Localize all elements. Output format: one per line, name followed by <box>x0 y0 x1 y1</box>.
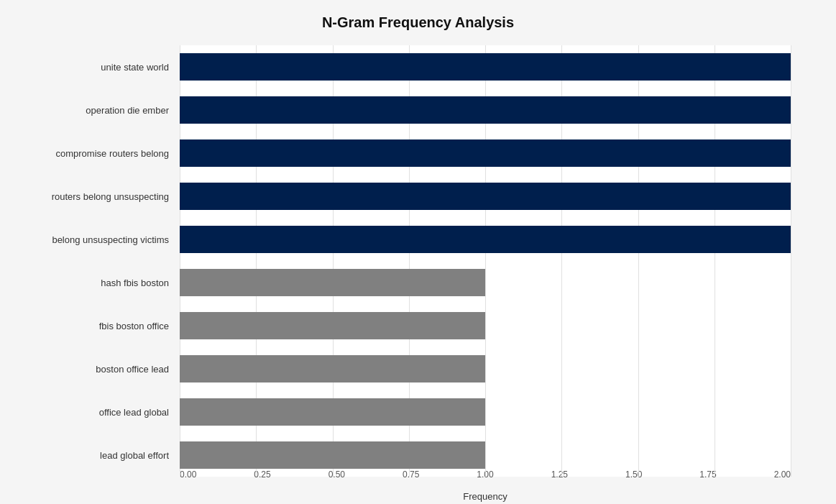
bar-row-9 <box>180 441 791 469</box>
bar-label-7: boston office lead <box>14 355 176 382</box>
chart-outer-wrapper: unite state worldoperation die embercomp… <box>14 45 805 504</box>
bar-4 <box>180 226 791 253</box>
bar-labels: unite state worldoperation die embercomp… <box>14 45 176 477</box>
bar-label-8: office lead global <box>14 398 176 426</box>
bar-3 <box>180 183 791 210</box>
bar-7 <box>180 355 485 382</box>
bar-1 <box>180 96 791 124</box>
bar-row-0 <box>180 53 791 81</box>
bar-0 <box>180 53 791 81</box>
bar-row-2 <box>180 139 791 167</box>
bar-row-5 <box>180 269 791 296</box>
bar-row-1 <box>180 96 791 124</box>
bar-label-3: routers belong unsuspecting <box>14 183 176 210</box>
bar-row-4 <box>180 226 791 253</box>
bar-label-6: fbis boston office <box>14 312 176 339</box>
bar-row-3 <box>180 183 791 210</box>
bar-8 <box>180 398 485 426</box>
bar-label-1: operation die ember <box>14 96 176 124</box>
bar-label-5: hash fbis boston <box>14 269 176 296</box>
bar-9 <box>180 441 485 469</box>
bar-row-7 <box>180 355 791 382</box>
chart-title: N-Gram Frequency Analysis <box>14 14 822 31</box>
bar-row-6 <box>180 312 791 339</box>
bar-2 <box>180 139 791 167</box>
bar-6 <box>180 312 485 339</box>
bars-container <box>180 45 791 477</box>
bar-row-8 <box>180 398 791 426</box>
bar-label-2: compromise routers belong <box>14 139 176 167</box>
bar-label-9: lead global effort <box>14 441 176 469</box>
xaxis-label: Frequency <box>180 491 791 502</box>
bar-label-0: unite state world <box>14 53 176 81</box>
bar-label-4: belong unsuspecting victims <box>14 226 176 253</box>
bar-5 <box>180 269 485 296</box>
grid-line-8 <box>791 45 791 477</box>
chart-container: N-Gram Frequency Analysis unite state wo… <box>0 0 836 504</box>
